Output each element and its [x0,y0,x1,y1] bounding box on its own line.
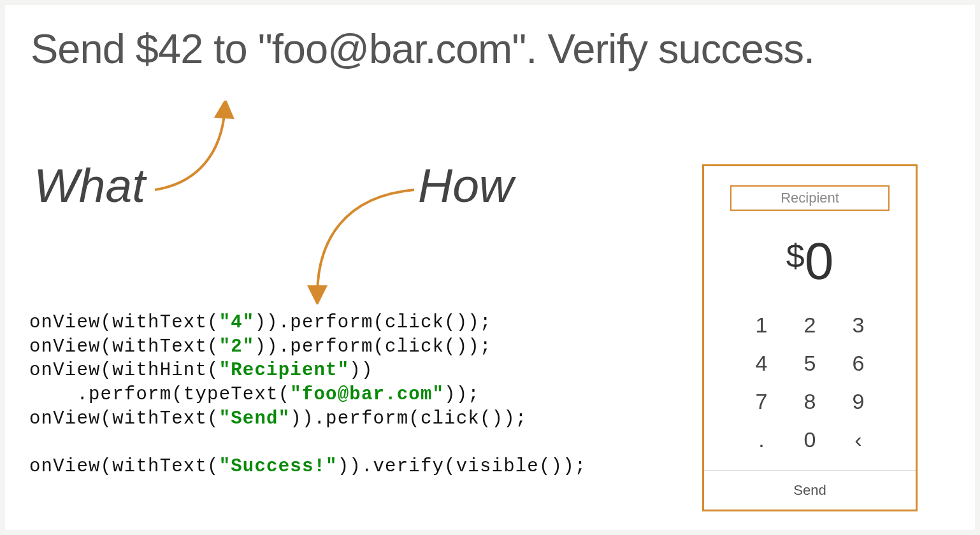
recipient-placeholder: Recipient [781,190,839,206]
arrow-how-icon [306,183,421,304]
keypad-key-7[interactable]: 7 [742,383,781,420]
keypad-key-2[interactable]: 2 [791,306,829,343]
send-button[interactable]: Send [704,470,916,510]
amount-value: 0 [805,235,834,287]
code-line: onView(withHint("Recipient")) [29,359,586,383]
arrow-what-icon [152,101,247,196]
currency-symbol: $ [786,237,805,275]
keypad-key-6[interactable]: 6 [839,345,877,382]
headline-text: Send $42 to "foo@bar.com". Verify succes… [31,24,949,74]
keypad: 123456789.0‹ [717,306,903,458]
code-line: onView(withText("2")).perform(click()); [29,335,586,359]
phone-main-area: Recipient $ 0 123456789.0‹ [704,166,916,470]
code-line: onView(withText("Send")).perform(click()… [29,407,586,431]
slide: Send $42 to "foo@bar.com". Verify succes… [5,5,975,530]
how-label: How [418,158,514,213]
keypad-key-9[interactable]: 9 [839,383,877,420]
send-label: Send [793,482,826,499]
phone-mockup: Recipient $ 0 123456789.0‹ Send [702,164,918,511]
code-block: onView(withText("4")).perform(click());o… [29,311,586,479]
keypad-key-1[interactable]: 1 [742,306,781,343]
keypad-key-backspace[interactable]: ‹ [839,421,877,458]
code-line: .perform(typeText("foo@bar.com")); [29,383,586,407]
keypad-key-3[interactable]: 3 [839,306,877,343]
recipient-input[interactable]: Recipient [730,185,890,211]
keypad-key-0[interactable]: 0 [791,421,829,458]
what-label: What [34,158,145,213]
amount-display: $ 0 [786,235,834,287]
keypad-key-5[interactable]: 5 [791,345,829,382]
code-line: onView(withText("Success!")).verify(visi… [29,455,586,479]
keypad-key-8[interactable]: 8 [791,383,829,420]
keypad-key-4[interactable]: 4 [742,345,781,382]
code-line [29,431,586,455]
code-line: onView(withText("4")).perform(click()); [29,311,586,335]
keypad-key-dot[interactable]: . [742,421,781,458]
